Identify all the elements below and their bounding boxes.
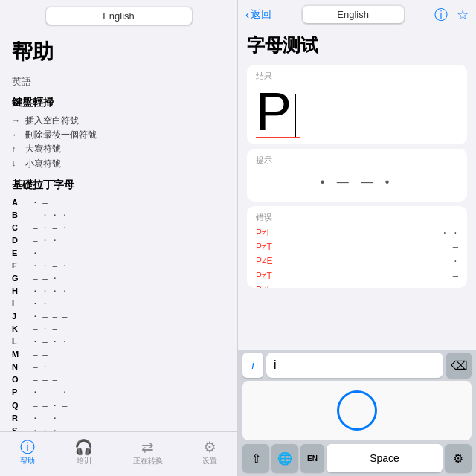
alpha-morse: — · · · (33, 209, 225, 222)
left-tab-bar: ⓘ 帮助 🎧 培训 ⇄ 正在转换 ⚙ 设置 (0, 431, 237, 476)
alpha-morse: · — · · (33, 335, 225, 348)
kb-delete-button[interactable]: ⌫ (446, 353, 472, 378)
error-left: P≠I (256, 226, 269, 240)
error-left: P≠E (256, 254, 273, 268)
tab-training-label: 培训 (77, 456, 91, 466)
list-item: ←刪除最後一個符號 (12, 128, 225, 142)
right-panel: ‹ 返回 English ⓘ ☆ 字母测试 结果 P 提示 • — — • (238, 0, 476, 476)
kb-gear-button[interactable]: ⚙ (445, 444, 472, 472)
error-row: P≠E· (256, 254, 458, 268)
kb-circle-area[interactable] (242, 381, 472, 440)
error-right: · (453, 254, 458, 268)
convert-icon: ⇄ (141, 440, 154, 454)
left-segment-control[interactable]: English (45, 6, 193, 26)
alpha-letter: B (12, 209, 27, 222)
kb-text-input[interactable] (266, 353, 443, 378)
error-row: P≠T— (256, 269, 458, 283)
arrow-icon: → (12, 115, 21, 128)
alpha-morse: — — · (33, 272, 225, 285)
alpha-letter: F (12, 260, 27, 272)
kb-bottom-row: ⇧ 🌐 EN Space ⚙ (242, 443, 472, 473)
error-row: P≠I· · (256, 226, 458, 240)
info-icon: ⓘ (20, 440, 35, 454)
tab-convert-label: 正在转换 (133, 456, 163, 466)
error-right: — (453, 269, 458, 283)
kb-globe-button[interactable]: 🌐 (271, 444, 298, 472)
left-segment-english[interactable]: English (46, 7, 192, 25)
kb-i-button[interactable]: i (242, 353, 263, 378)
alpha-letter: P (12, 386, 27, 399)
alpha-letter: L (12, 335, 27, 348)
list-item: ↑大寫符號 (12, 142, 225, 156)
tab-help[interactable]: ⓘ 帮助 (20, 440, 35, 466)
alpha-morse: — — (33, 348, 225, 361)
hint-card: 提示 • — — • (247, 149, 467, 202)
kb-lang-button[interactable]: EN (300, 444, 324, 472)
left-content: 帮助 英語 鍵盤輕掃 →插入空白符號 ←刪除最後一個符號 ↑大寫符號 ↓小寫符號… (0, 32, 237, 431)
arrow-icon: ↑ (12, 143, 21, 156)
kb-shift-button[interactable]: ⇧ (242, 444, 269, 472)
alpha-morse: · · (33, 298, 225, 310)
right-top-bar: ‹ 返回 English ⓘ ☆ (238, 0, 476, 29)
alpha-morse: · · · (33, 425, 225, 431)
gear-icon: ⚙ (203, 440, 216, 454)
cursor-line (295, 94, 296, 138)
arrow-icon: ← (12, 129, 21, 142)
info-circle-icon[interactable]: ⓘ (434, 6, 448, 24)
error-right: · · (442, 226, 458, 240)
left-panel: English 帮助 英語 鍵盤輕掃 →插入空白符號 ←刪除最後一個符號 ↑大寫… (0, 0, 238, 476)
keyboard-area: i ⌫ ⇧ 🌐 EN Space ⚙ (238, 350, 476, 476)
alpha-letter: D (12, 234, 27, 247)
arrow-icon: ↓ (12, 157, 21, 170)
tab-training[interactable]: 🎧 培训 (74, 440, 93, 466)
alpha-letter: M (12, 348, 27, 361)
tab-help-label: 帮助 (20, 456, 35, 466)
tab-settings[interactable]: ⚙ 设置 (202, 440, 217, 466)
alpha-letter: J (12, 310, 27, 323)
errors-card: 错误 P≠I· ·P≠T—P≠E·P≠T—P≠I (247, 206, 467, 288)
error-left: P≠I (256, 283, 269, 288)
star-icon[interactable]: ☆ (457, 7, 469, 23)
list-item: ↓小寫符號 (12, 157, 225, 171)
right-segment-control[interactable]: English (301, 4, 405, 25)
alpha-morse: · — — — (33, 310, 225, 323)
alpha-letter: O (12, 373, 27, 386)
hint-label: 提示 (256, 155, 458, 166)
kb-space-button[interactable]: Space (327, 444, 443, 472)
alpha-morse: · — (33, 196, 225, 209)
left-title: 帮助 (12, 38, 225, 66)
alpha-letter: H (12, 285, 27, 298)
errors-list: P≠I· ·P≠T—P≠E·P≠T—P≠I (256, 226, 458, 288)
result-label: 结果 (256, 71, 458, 82)
right-title: 字母测试 (247, 33, 467, 57)
tab-settings-label: 设置 (202, 456, 217, 466)
section1-label: 英語 (12, 75, 225, 89)
hint-morse: • — — • (256, 169, 458, 196)
result-card: 结果 P (247, 65, 467, 144)
error-right: — (453, 240, 458, 254)
alpha-morse: — · · (33, 234, 225, 247)
right-segment-english[interactable]: English (303, 6, 404, 23)
alpha-morse: · · — · (33, 260, 225, 272)
list-item: →插入空白符號 (12, 114, 225, 128)
alpha-letter: I (12, 298, 27, 310)
alpha-letter: E (12, 247, 27, 260)
left-top-bar: English (0, 0, 237, 32)
error-row: P≠I (256, 283, 458, 288)
alpha-letter: R (12, 412, 27, 425)
alpha-letter: K (12, 323, 27, 335)
alpha-morse: · — — · (33, 386, 225, 399)
section1-subsection: 鍵盤輕掃 (12, 96, 225, 109)
alpha-letter: C (12, 222, 27, 234)
back-button[interactable]: ‹ 返回 (245, 8, 271, 22)
alpha-letter: S (12, 425, 27, 431)
alphabet-table: A· —B— · · ·C— · — ·D— · ·E·F· · — ·G— —… (12, 196, 225, 431)
alpha-morse: — · — · (33, 222, 225, 234)
tab-convert[interactable]: ⇄ 正在转换 (133, 440, 163, 466)
alpha-morse: · · · · (33, 285, 225, 298)
back-label: 返回 (251, 8, 271, 22)
errors-label: 错误 (256, 212, 458, 223)
result-letter: P (256, 85, 292, 138)
error-row: P≠T— (256, 240, 458, 254)
alpha-letter: Q (12, 399, 27, 412)
